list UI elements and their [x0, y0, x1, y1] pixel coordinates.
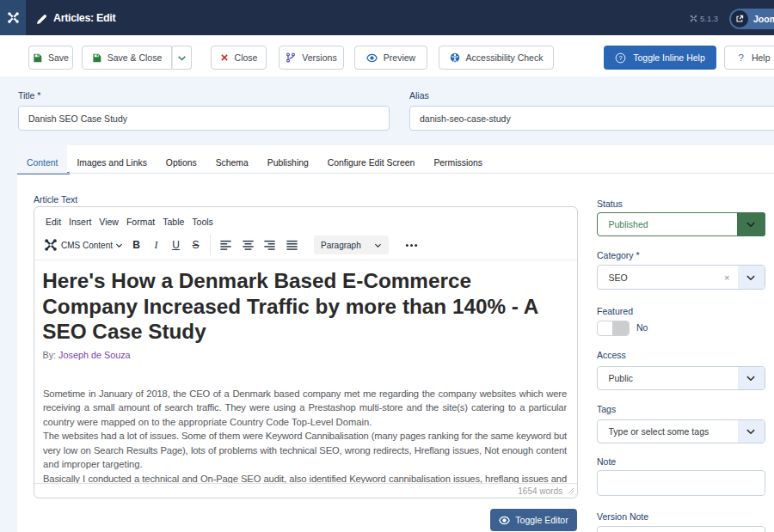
- svg-text:?: ?: [619, 54, 623, 62]
